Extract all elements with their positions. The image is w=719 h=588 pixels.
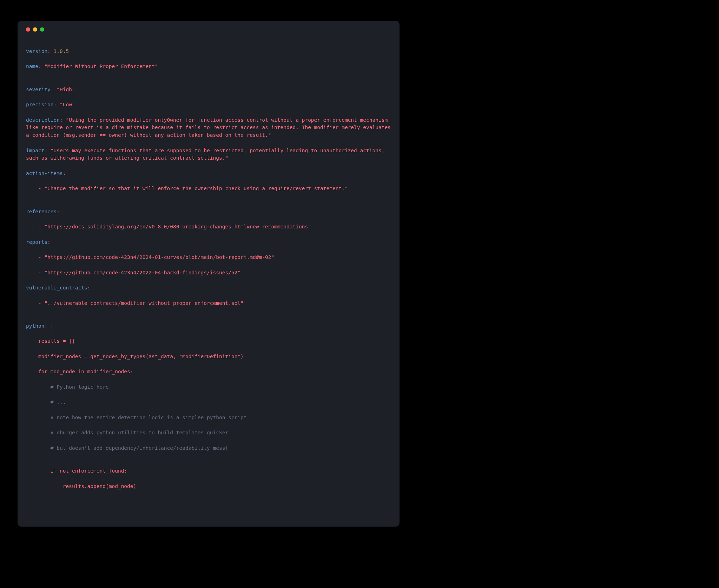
yaml-key-python: python <box>26 323 44 329</box>
yaml-key-vulnerable-contracts: vulnerable_contracts <box>26 285 87 290</box>
yaml-list-item: - "https://github.com/code-423n4/2024-01… <box>26 254 391 261</box>
yaml-line: precision: "Low" <box>26 101 391 109</box>
yaml-key-description: description <box>26 117 60 123</box>
yaml-value-description: "Using the provided modifier onlyOwner f… <box>26 117 394 138</box>
python-code-line: for mod_node in modifier_nodes: <box>26 368 391 376</box>
yaml-value-precision: "Low" <box>57 102 75 107</box>
python-comment-line: # Python logic here <box>26 383 391 391</box>
yaml-line: impact: "Users may execute functions tha… <box>26 147 391 162</box>
code-window: version: 1.0.5 name: "Modifier Without P… <box>18 21 400 527</box>
yaml-line: version: 1.0.5 <box>26 48 391 55</box>
yaml-list-item: - "https://github.com/code-423n4/2022-04… <box>26 269 391 277</box>
yaml-line: reports: <box>26 239 391 246</box>
yaml-line: action-items: <box>26 170 391 178</box>
yaml-key-references: references <box>26 209 57 214</box>
python-comment-line: # ... <box>26 399 391 406</box>
close-icon[interactable] <box>26 27 30 32</box>
yaml-line: python: | <box>26 322 391 330</box>
python-code-line: if not enforcement_found: <box>26 467 391 475</box>
yaml-line: severity: "High" <box>26 86 391 94</box>
yaml-key-reports: reports <box>26 239 47 245</box>
yaml-value-version: 1.0.5 <box>51 48 69 54</box>
yaml-key-action-items: action-items <box>26 171 63 176</box>
yaml-key-precision: precision <box>26 102 54 107</box>
window-titlebar <box>26 27 391 32</box>
minimize-icon[interactable] <box>33 27 37 32</box>
python-comment-line: # eburger adds python utilities to build… <box>26 429 391 437</box>
yaml-line: description: "Using the provided modifie… <box>26 116 391 139</box>
code-content: version: 1.0.5 name: "Modifier Without P… <box>26 40 391 506</box>
yaml-key-version: version <box>26 48 47 54</box>
yaml-line: vulnerable_contracts: <box>26 284 391 292</box>
yaml-value-impact: "Users may execute functions that are su… <box>26 148 388 161</box>
yaml-line: references: <box>26 208 391 216</box>
yaml-list-item: - "https://docs.soliditylang.org/en/v0.8… <box>26 223 391 231</box>
maximize-icon[interactable] <box>40 27 44 32</box>
yaml-list-item: - "../vulnerable_contracts/modifier_with… <box>26 300 391 307</box>
yaml-key-severity: severity <box>26 87 51 92</box>
yaml-value-name: "Modifier Without Proper Enforcement" <box>41 64 158 69</box>
python-code-line: results.append(mod_node) <box>26 483 391 490</box>
python-comment-line: # but doesn't add dependency/inheritance… <box>26 445 391 452</box>
python-code-line: modifier_nodes = get_nodes_by_types(ast_… <box>26 353 391 361</box>
yaml-line: name: "Modifier Without Proper Enforceme… <box>26 63 391 71</box>
yaml-list-item: - "Change the modifier so that it will e… <box>26 185 391 193</box>
yaml-value-severity: "High" <box>54 87 75 92</box>
python-comment-line: # note how the entire detection logic is… <box>26 414 391 422</box>
yaml-key-name: name <box>26 64 38 69</box>
yaml-key-impact: impact <box>26 148 44 153</box>
python-code-line: results = [] <box>26 338 391 345</box>
